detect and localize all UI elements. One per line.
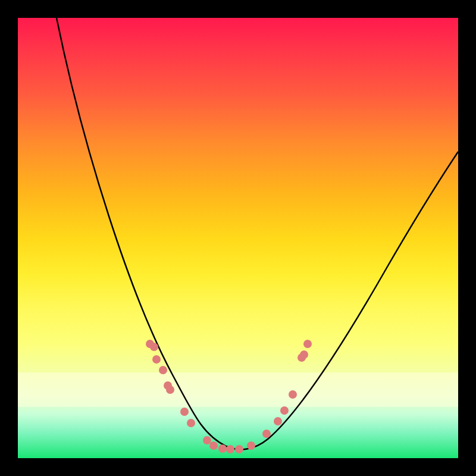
data-point [159,366,167,374]
data-point [300,350,308,359]
data-point [226,445,234,453]
watermark: TheBottleneck.com [349,2,471,18]
data-point [262,430,271,438]
data-point [289,390,297,399]
data-point [303,340,312,348]
chart-container: TheBottleneck.com [0,0,476,476]
data-point [152,355,161,364]
data-point [235,445,243,453]
data-point [274,417,282,425]
plot-area [18,18,458,458]
data-point [166,386,174,394]
data-point [150,343,158,351]
data-point [187,419,195,427]
data-point [180,408,189,416]
data-point [209,441,218,450]
data-point [247,441,255,450]
data-point [218,444,227,453]
data-point [280,406,289,415]
bottleneck-curve [18,18,458,458]
curve-path [57,18,458,449]
